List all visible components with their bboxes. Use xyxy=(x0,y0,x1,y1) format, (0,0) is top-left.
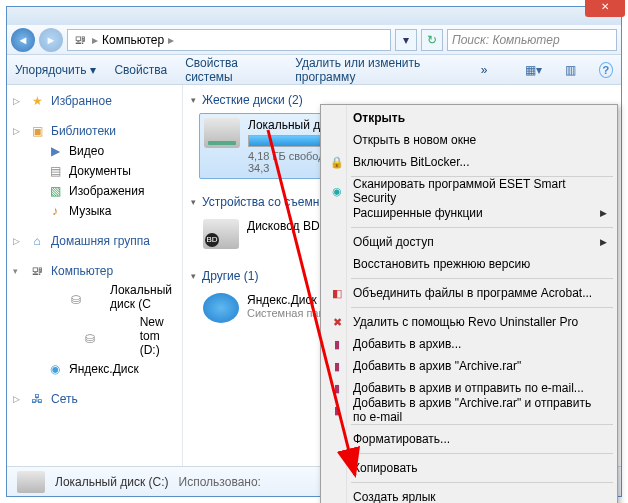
computer-icon: 🖳 xyxy=(29,263,45,279)
breadcrumb-sep-icon: ▸ xyxy=(168,33,174,47)
status-used-label: Использовано: xyxy=(179,475,261,489)
sidebar-item-drive-d[interactable]: ⛁New tom (D:) xyxy=(7,313,182,359)
rar-icon: ▮ xyxy=(329,402,345,418)
ctx-open-new-window[interactable]: Открыть в новом окне xyxy=(323,129,615,151)
ctx-restore-version[interactable]: Восстановить прежнюю версию xyxy=(323,253,615,275)
expand-icon: ▷ xyxy=(13,126,20,136)
sidebar-item-video[interactable]: ▶Видео xyxy=(7,141,182,161)
submenu-arrow-icon: ▶ xyxy=(600,208,607,218)
drive-icon: ⛁ xyxy=(47,289,104,305)
acrobat-icon: ◧ xyxy=(329,285,345,301)
chevron-down-icon: ▾ xyxy=(90,63,96,77)
ctx-create-shortcut[interactable]: Создать ярлык xyxy=(323,486,615,503)
sidebar-item-yandex[interactable]: ◉Яндекс.Диск xyxy=(7,359,182,379)
titlebar: ✕ xyxy=(7,7,621,25)
sidebar-homegroup[interactable]: ▷⌂Домашняя группа xyxy=(7,231,182,251)
expand-icon: ▷ xyxy=(13,96,20,106)
breadcrumb-sep-icon: ▸ xyxy=(92,33,98,47)
bitlocker-icon: 🔒 xyxy=(329,154,345,170)
collapse-icon: ▾ xyxy=(191,197,196,207)
search-input[interactable]: Поиск: Компьютер xyxy=(447,29,617,51)
collapse-icon: ▾ xyxy=(191,95,196,105)
ctx-copy[interactable]: Копировать xyxy=(323,457,615,479)
collapse-icon: ▾ xyxy=(13,266,18,276)
sidebar-favorites[interactable]: ▷★Избранное xyxy=(7,91,182,111)
help-button[interactable]: ? xyxy=(599,62,613,78)
music-icon: ♪ xyxy=(47,203,63,219)
video-icon: ▶ xyxy=(47,143,63,159)
drive-icon xyxy=(204,118,240,148)
ctx-format[interactable]: Форматировать... xyxy=(323,428,615,450)
address-bar[interactable]: 🖳 ▸ Компьютер ▸ xyxy=(67,29,391,51)
ctx-add-archive-rar[interactable]: ▮Добавить в архив "Archive.rar" xyxy=(323,355,615,377)
properties-button[interactable]: Свойства xyxy=(114,63,167,77)
ctx-bitlocker[interactable]: 🔒Включить BitLocker... xyxy=(323,151,615,173)
sidebar-computer[interactable]: ▾🖳Компьютер xyxy=(7,261,182,281)
sidebar: ▷★Избранное ▷▣Библиотеки ▶Видео ▤Докумен… xyxy=(7,85,183,466)
expand-icon: ▷ xyxy=(13,394,20,404)
breadcrumb-computer[interactable]: Компьютер xyxy=(102,33,164,47)
yandex-disk-icon xyxy=(203,293,239,323)
nav-bar: ◄ ► 🖳 ▸ Компьютер ▸ ▾ ↻ Поиск: Компьютер xyxy=(7,25,621,55)
sidebar-item-drive-c[interactable]: ⛁Локальный диск (С xyxy=(7,281,182,313)
collapse-icon: ▾ xyxy=(191,271,196,281)
ctx-revo-uninstall[interactable]: ✖Удалить с помощью Revo Uninstaller Pro xyxy=(323,311,615,333)
ctx-open[interactable]: Открыть xyxy=(323,107,615,129)
sidebar-item-images[interactable]: ▧Изображения xyxy=(7,181,182,201)
homegroup-icon: ⌂ xyxy=(29,233,45,249)
toolbar-overflow[interactable]: » xyxy=(481,63,488,77)
ctx-acrobat-combine[interactable]: ◧Объединить файлы в программе Acrobat... xyxy=(323,282,615,304)
star-icon: ★ xyxy=(29,93,45,109)
sidebar-item-documents[interactable]: ▤Документы xyxy=(7,161,182,181)
document-icon: ▤ xyxy=(47,163,63,179)
organize-menu[interactable]: Упорядочить ▾ xyxy=(15,63,96,77)
drive-icon xyxy=(17,471,45,493)
rar-icon: ▮ xyxy=(329,380,345,396)
cloud-icon: ◉ xyxy=(47,361,63,377)
expand-icon: ▷ xyxy=(13,236,20,246)
sidebar-libraries[interactable]: ▷▣Библиотеки xyxy=(7,121,182,141)
ctx-eset-ext[interactable]: Расширенные функции▶ xyxy=(323,202,615,224)
refresh-button[interactable]: ↻ xyxy=(421,29,443,51)
revo-icon: ✖ xyxy=(329,314,345,330)
preview-pane-button[interactable]: ▥ xyxy=(561,60,581,80)
computer-icon: 🖳 xyxy=(72,32,88,48)
rar-icon: ▮ xyxy=(329,336,345,352)
ctx-add-archive[interactable]: ▮Добавить в архив... xyxy=(323,333,615,355)
bdrom-icon xyxy=(203,219,239,249)
sidebar-item-music[interactable]: ♪Музыка xyxy=(7,201,182,221)
history-dropdown[interactable]: ▾ xyxy=(395,29,417,51)
back-button[interactable]: ◄ xyxy=(11,28,35,52)
forward-button[interactable]: ► xyxy=(39,28,63,52)
close-button[interactable]: ✕ xyxy=(585,0,625,17)
context-menu: Открыть Открыть в новом окне 🔒Включить B… xyxy=(320,104,618,503)
network-icon: 🖧 xyxy=(29,391,45,407)
system-properties-button[interactable]: Свойства системы xyxy=(185,56,277,84)
ctx-eset-scan[interactable]: ◉Сканировать программой ESET Smart Secur… xyxy=(323,180,615,202)
sidebar-network[interactable]: ▷🖧Сеть xyxy=(7,389,182,409)
view-mode-button[interactable]: ▦▾ xyxy=(523,60,543,80)
image-icon: ▧ xyxy=(47,183,63,199)
rar-icon: ▮ xyxy=(329,358,345,374)
ctx-archive-rar-email[interactable]: ▮Добавить в архив "Archive.rar" и отправ… xyxy=(323,399,615,421)
toolbar: Упорядочить ▾ Свойства Свойства системы … xyxy=(7,55,621,85)
eset-icon: ◉ xyxy=(329,183,345,199)
uninstall-button[interactable]: Удалить или изменить программу xyxy=(295,56,463,84)
submenu-arrow-icon: ▶ xyxy=(600,237,607,247)
status-drive-name: Локальный диск (C:) xyxy=(55,475,169,489)
libraries-icon: ▣ xyxy=(29,123,45,139)
drive-icon: ⛁ xyxy=(47,328,134,344)
ctx-share[interactable]: Общий доступ▶ xyxy=(323,231,615,253)
